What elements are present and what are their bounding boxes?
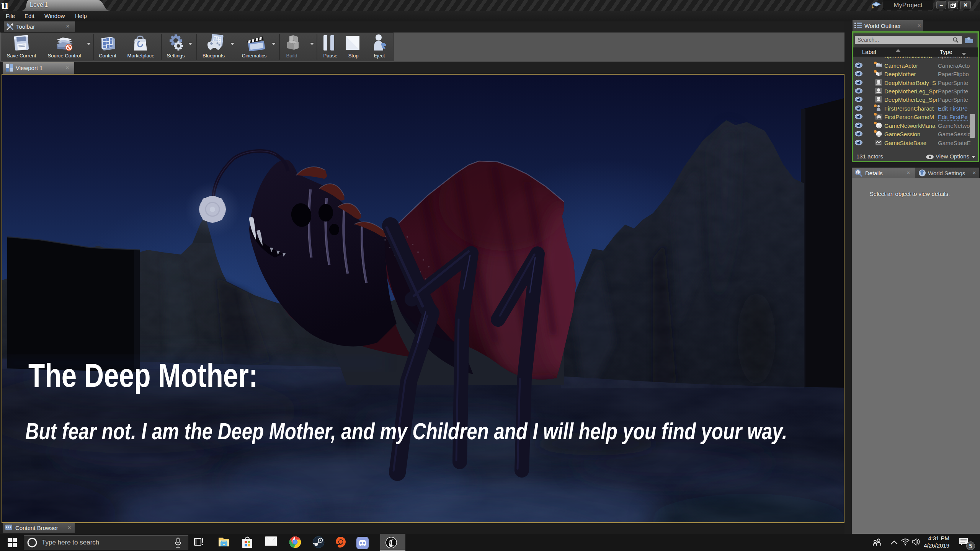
svg-text:i: i	[858, 170, 859, 174]
